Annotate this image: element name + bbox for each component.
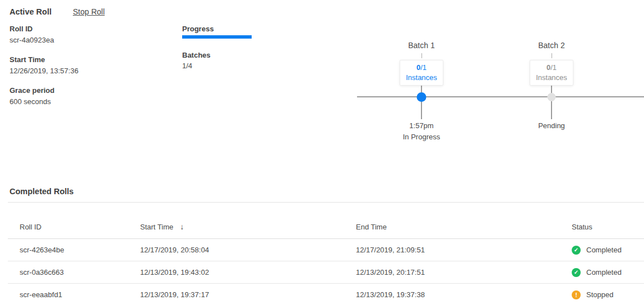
stop-roll-link[interactable]: Stop Roll <box>73 7 105 16</box>
batches-value: 1/4 <box>182 62 294 71</box>
timeline-axis <box>357 96 644 97</box>
grace-period-value: 600 seconds <box>10 97 78 106</box>
roll-id-value: scr-4a0923ea <box>10 36 78 45</box>
status-text: Completed <box>586 268 622 276</box>
batch-2-time: Pending <box>512 121 591 130</box>
batch-1-instances-box[interactable]: 0/1 Instances <box>400 60 443 86</box>
start-time-field: Start Time 12/26/2019, 13:57:36 <box>10 55 78 76</box>
column-header-end-time: End Time <box>356 223 572 231</box>
start-time-label: Start Time <box>10 55 78 64</box>
batch-1-connector-line <box>421 86 422 119</box>
batch-2-tick <box>552 53 552 58</box>
active-roll-section: Active Roll Stop Roll Roll ID scr-4a0923… <box>0 0 644 178</box>
batch-2-instances-box: 0/1 Instances <box>530 60 573 86</box>
batch-1-time: 1:57pm <box>382 121 461 130</box>
grace-period-field: Grace period 600 seconds <box>10 86 78 106</box>
roll-management-page: Active Roll Stop Roll Roll ID scr-4a0923… <box>0 0 644 305</box>
completed-rolls-section: Completed Rolls Roll ID Start Time ↓ End… <box>0 178 644 305</box>
cell-roll-id: scr-4263e4be <box>20 246 140 254</box>
active-roll-header: Active Roll Stop Roll <box>10 7 105 16</box>
batch-1-instance-count: 0/1 <box>400 63 443 73</box>
table-row: scr-4263e4be 12/17/2019, 20:58:04 12/17/… <box>8 239 644 261</box>
batch-2-name: Batch 2 <box>512 41 591 50</box>
cell-status: ✓ Completed <box>572 268 644 277</box>
status-text: Stopped <box>586 290 613 299</box>
cell-status: ! Stopped <box>572 290 644 299</box>
progress-bar <box>182 35 252 39</box>
roll-info-column: Roll ID scr-4a0923ea Start Time 12/26/20… <box>10 25 78 117</box>
batch-1-marker-dot <box>417 92 427 102</box>
batch-2-instance-count: 0/1 <box>530 63 573 73</box>
progress-column: Progress Batches 1/4 <box>182 25 294 71</box>
cell-status: ✓ Completed <box>572 246 644 255</box>
cell-start-time: 12/17/2019, 20:58:04 <box>140 246 356 254</box>
column-header-status: Status <box>572 223 644 231</box>
active-roll-title: Active Roll <box>10 7 52 16</box>
roll-id-label: Roll ID <box>10 25 78 34</box>
cell-start-time: 12/13/2019, 19:43:02 <box>140 268 356 276</box>
cell-end-time: 12/13/2019, 20:17:51 <box>356 268 572 276</box>
batch-1-name: Batch 1 <box>382 41 461 50</box>
batch-1-tick <box>421 53 422 58</box>
completed-rolls-title: Completed Rolls <box>10 187 644 196</box>
status-text: Completed <box>586 246 622 254</box>
completed-rolls-table: Roll ID Start Time ↓ End Time Status scr… <box>8 203 644 305</box>
batch-2-marker-dot <box>548 93 556 101</box>
cell-end-time: 12/13/2019, 19:37:38 <box>356 290 572 299</box>
table-header-row: Roll ID Start Time ↓ End Time Status <box>8 203 644 239</box>
batch-1-instances-label: Instances <box>400 73 443 83</box>
cell-start-time: 12/13/2019, 19:37:17 <box>140 290 356 299</box>
check-icon: ✓ <box>572 268 581 277</box>
check-icon: ✓ <box>572 246 581 255</box>
progress-label: Progress <box>182 25 294 34</box>
table-row: scr-0a36c663 12/13/2019, 19:43:02 12/13/… <box>8 261 644 284</box>
sort-descending-icon[interactable]: ↓ <box>180 222 184 231</box>
batch-2-instances-label: Instances <box>530 73 573 83</box>
batch-1-status: In Progress <box>382 133 461 141</box>
table-row: scr-eeaabfd1 12/13/2019, 19:37:17 12/13/… <box>8 284 644 305</box>
batch-2-connector-line <box>551 86 552 119</box>
cell-roll-id: scr-eeaabfd1 <box>20 290 140 299</box>
start-time-value: 12/26/2019, 13:57:36 <box>10 67 78 76</box>
column-header-start-time[interactable]: Start Time ↓ <box>140 222 356 231</box>
cell-end-time: 12/17/2019, 21:09:51 <box>356 246 572 254</box>
roll-id-field: Roll ID scr-4a0923ea <box>10 25 78 45</box>
batches-label: Batches <box>182 51 294 60</box>
grace-period-label: Grace period <box>10 86 78 95</box>
column-header-roll-id: Roll ID <box>20 223 140 231</box>
cell-roll-id: scr-0a36c663 <box>20 268 140 276</box>
exclamation-icon: ! <box>572 290 581 299</box>
